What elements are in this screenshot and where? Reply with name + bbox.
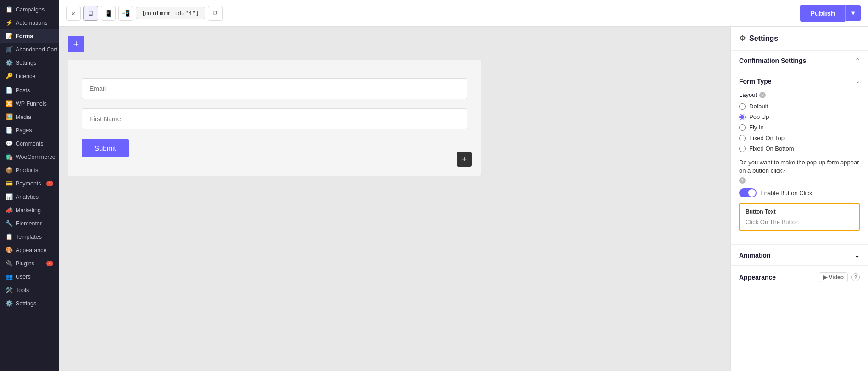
sidebar-label: Users (16, 274, 31, 280)
sidebar-item-tools[interactable]: 🛠️Tools (0, 283, 59, 297)
sidebar-item-appearance[interactable]: 🎨Appearance (0, 243, 59, 257)
appearance-label: Appearance (739, 274, 776, 281)
layout-option-fixed-top[interactable]: Fixed On Top (739, 135, 860, 141)
layout-option-flyin[interactable]: Fly In (739, 124, 860, 131)
sidebar-item-media[interactable]: 🖼️Media (0, 110, 59, 124)
sidebar-item-plugins[interactable]: 🔌Plugins4 (0, 257, 59, 270)
desktop-view-button[interactable]: 🖥 (83, 6, 98, 21)
layout-label: Layout ? (739, 91, 860, 98)
gear-icon: ⚙ (739, 34, 746, 43)
sidebar-label: Settings (16, 60, 36, 66)
sidebar-label: Licence (16, 73, 35, 79)
plus-icon: + (73, 38, 79, 50)
tools-icon: 🛠️ (6, 287, 13, 293)
confirmation-settings-header[interactable]: Confirmation Settings ⌃ (731, 51, 868, 71)
sidebar-top-section: 📋Campaigns⚡Automations📝Forms🛒Abandoned C… (0, 0, 59, 84)
sidebar-label: Abandoned Cart (16, 46, 57, 53)
sidebar-item-elementor[interactable]: 🔧Elementor (0, 217, 59, 230)
posts-icon: 📄 (6, 87, 13, 94)
sidebar-item-automations[interactable]: ⚡Automations (0, 16, 59, 29)
publish-button[interactable]: Publish (800, 5, 845, 22)
chevron-down-icon: ⌄ (855, 78, 860, 84)
add-block-button[interactable]: + (68, 36, 84, 52)
enable-button-click-toggle[interactable] (739, 188, 757, 197)
add-section-button[interactable]: + (457, 152, 472, 167)
form-type-section: Form Type ⌄ Layout ? DefaultPop UpFly In… (731, 71, 868, 245)
plugins-icon: 🔌 (6, 260, 13, 267)
sidebar-item-posts[interactable]: 📄Posts (0, 84, 59, 97)
button-text-label: Button Text (746, 208, 853, 215)
video-button[interactable]: ▶ Video (819, 272, 848, 282)
sidebar-item-marketing[interactable]: 📣Marketing (0, 203, 59, 217)
sidebar-label: Campaigns (16, 6, 45, 13)
sidebar-label: Media (16, 114, 31, 120)
email-field[interactable] (82, 78, 467, 99)
popup-help-icon[interactable]: ? (739, 177, 746, 184)
appearance-section-header[interactable]: Appearance ▶ Video ? (731, 265, 868, 289)
button-text-input[interactable] (746, 219, 853, 225)
sidebar-item-templates[interactable]: 📋Templates (0, 230, 59, 243)
sidebar-item-forms[interactable]: 📝Forms (0, 29, 59, 43)
appearance-help-icon[interactable]: ? (851, 273, 860, 281)
chevron-left-icon: « (72, 10, 75, 17)
sidebar-item-payments[interactable]: 💳Payments1 (0, 177, 59, 190)
sidebar-label: Appearance (16, 247, 46, 253)
tablet-icon: 📱 (105, 10, 112, 17)
sidebar-item-settings[interactable]: ⚙️Settings (0, 56, 59, 69)
sidebar-label: Products (16, 167, 38, 174)
licence-icon: 🔑 (6, 73, 13, 79)
back-button[interactable]: « (66, 6, 81, 21)
copy-shortcode-button[interactable]: ⧉ (208, 6, 223, 21)
canvas-wrapper: + Submit + ⚙ Settings Confirmation Setti… (59, 27, 868, 371)
sidebar-item-campaigns[interactable]: 📋Campaigns (0, 3, 59, 16)
sidebar-label: Analytics (16, 194, 39, 200)
sidebar-item-products[interactable]: 📦Products (0, 163, 59, 177)
mobile-view-button[interactable]: 📲 (118, 6, 133, 21)
layout-option-default[interactable]: Default (739, 103, 860, 110)
sidebar-item-analytics[interactable]: 📊Analytics (0, 190, 59, 203)
tablet-view-button[interactable]: 📱 (101, 6, 116, 21)
toggle-label: Enable Button Click (760, 190, 812, 197)
sidebar-item-users[interactable]: 👥Users (0, 270, 59, 283)
appearance-right: ▶ Video ? (819, 272, 860, 282)
sidebar-item-settings2[interactable]: ⚙️Settings (0, 297, 59, 310)
sidebar-label: Tools (16, 287, 29, 293)
sidebar-item-wp-funnels[interactable]: 🔀WP Funnels (0, 97, 59, 110)
sidebar-label: Templates (16, 234, 42, 240)
abandoned-cart-icon: 🛒 (6, 46, 13, 53)
sidebar-label: Marketing (16, 207, 41, 214)
layout-help-icon[interactable]: ? (759, 92, 766, 98)
sidebar-item-comments[interactable]: 💬Comments (0, 137, 59, 150)
shortcode-display: [mintmrm id="4"] (136, 7, 205, 19)
panel-header: ⚙ Settings (731, 27, 868, 51)
sidebar-label: WP Funnels (16, 101, 47, 107)
submit-button[interactable]: Submit (82, 139, 129, 157)
top-bar: « 🖥 📱 📲 [mintmrm id="4"] ⧉ Publish ▼ (59, 0, 868, 27)
sidebar-item-abandoned-cart[interactable]: 🛒Abandoned Cart (0, 43, 59, 56)
sidebar-item-woocommerce[interactable]: 🛍️WooCommerce (0, 150, 59, 163)
form-type-body: Layout ? DefaultPop UpFly InFixed On Top… (731, 91, 868, 244)
form-type-header[interactable]: Form Type ⌄ (731, 71, 868, 91)
sidebar-item-licence[interactable]: 🔑Licence (0, 69, 59, 83)
top-bar-left: « 🖥 📱 📲 [mintmrm id="4"] ⧉ (66, 6, 223, 21)
layout-option-fixed-bottom[interactable]: Fixed On Bottom (739, 145, 860, 152)
layout-option-label-fixed-top: Fixed On Top (749, 135, 785, 141)
campaigns-icon: 📋 (6, 6, 13, 13)
layout-text: Layout (739, 91, 757, 98)
layout-option-popup[interactable]: Pop Up (739, 113, 860, 120)
sidebar-label: Payments (16, 180, 41, 187)
layout-option-label-popup: Pop Up (749, 113, 769, 120)
button-text-section: Button Text (739, 203, 860, 231)
firstname-field[interactable] (82, 108, 467, 129)
form-canvas-area: + Submit + (59, 27, 730, 371)
form-canvas: Submit + (68, 60, 481, 176)
settings-icon: ⚙️ (6, 59, 13, 66)
sidebar-label: Forms (16, 33, 33, 39)
layout-options: DefaultPop UpFly InFixed On TopFixed On … (739, 103, 860, 152)
publish-dropdown-button[interactable]: ▼ (845, 5, 861, 21)
animation-section-header[interactable]: Animation ⌄ (731, 245, 868, 265)
templates-icon: 📋 (6, 233, 13, 240)
elementor-icon: 🔧 (6, 220, 13, 227)
sidebar-item-pages[interactable]: 📑Pages (0, 124, 59, 137)
woocommerce-icon: 🛍️ (6, 153, 13, 160)
